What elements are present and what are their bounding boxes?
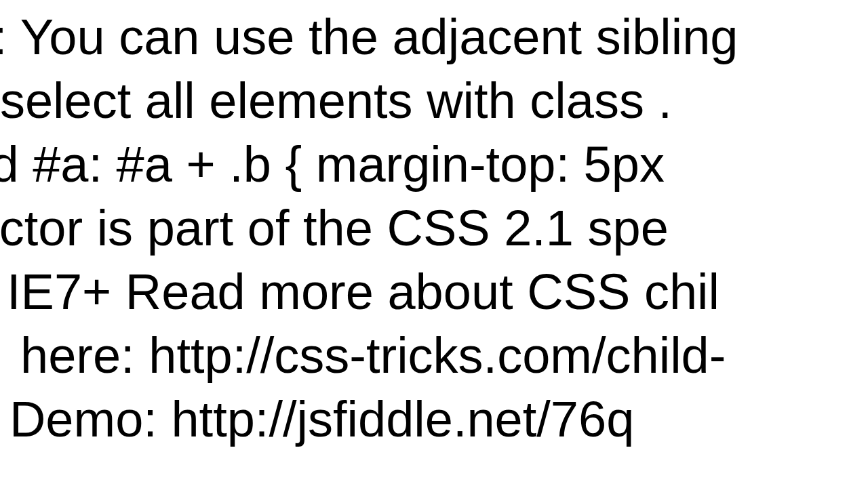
text-line-5: IE7+ Read more about CSS chil <box>7 267 719 317</box>
text-line-6: here: http://css-tricks.com/child- <box>20 331 726 381</box>
text-line-4: elector is part of the CSS 2.1 spe <box>0 203 669 253</box>
text-line-1: : You can use the adjacent sibling <box>0 12 738 62</box>
text-line-2: ill select all elements with class . <box>0 76 672 126</box>
text-line-3: id #a: #a + .b { margin-top: 5px <box>0 140 665 190</box>
text-line-7: ors/ Demo: http://jsfiddle.net/76q <box>0 394 634 445</box>
document-viewport: : You can use the adjacent sibling ill s… <box>0 0 868 488</box>
